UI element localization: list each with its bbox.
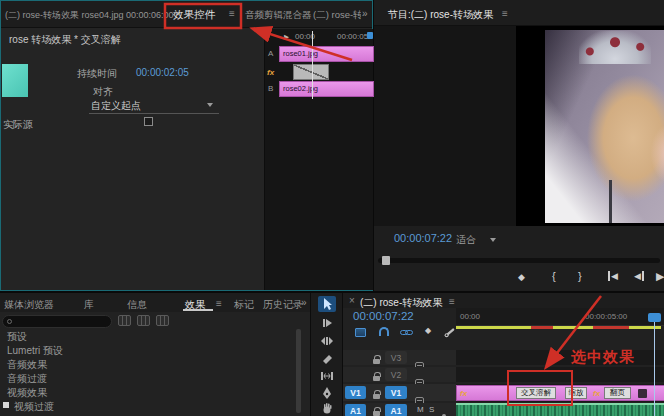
track-button-a1[interactable]: A1 — [385, 404, 407, 416]
slip-tool-button[interactable] — [318, 368, 336, 384]
effects-bin-audio-transitions[interactable]: 音频过渡 — [0, 372, 292, 385]
source-patch-a1[interactable]: A1 — [345, 404, 366, 416]
mini-zoom-handle[interactable] — [367, 32, 373, 39]
tab-overflow-chevron[interactable]: » — [362, 8, 368, 19]
mini-playhead[interactable] — [312, 31, 313, 99]
pen-tool-button[interactable] — [318, 385, 336, 401]
timeline-timecode[interactable]: 00:00:07:22 — [353, 310, 414, 322]
timeline-settings-wrench-icon[interactable] — [444, 326, 456, 338]
tab-sequence[interactable]: (二) rose-转场效果 — [360, 296, 442, 310]
tab-markers[interactable]: 标记 — [234, 298, 254, 312]
program-playhead[interactable] — [382, 256, 390, 265]
alignment-dropdown[interactable]: 自定义起点 — [89, 98, 219, 114]
timeline-ruler[interactable]: 00:00 00:00:05:00 — [456, 308, 664, 326]
pen-tool-icon — [321, 387, 333, 399]
zoom-level-select[interactable]: 适合 — [456, 233, 500, 246]
panel-menu-icon[interactable]: ≡ — [216, 298, 222, 309]
transition-zoom[interactable]: 缩放 — [565, 387, 587, 399]
lock-icon[interactable] — [373, 359, 380, 364]
filter-yuv-effects-icon[interactable] — [156, 315, 169, 326]
tab-media-browser[interactable]: 媒体浏览器 — [4, 298, 54, 312]
tab-history[interactable]: 历史记录 — [263, 298, 303, 312]
clip-a[interactable]: rose01.jpg — [279, 46, 374, 62]
effects-bin-presets[interactable]: 预设 — [0, 330, 292, 343]
effects-bin-video-effects[interactable]: 视频效果 — [0, 386, 292, 399]
transition-cross-dissolve[interactable]: 交叉溶解 — [516, 387, 556, 399]
add-marker-button[interactable]: ◆ — [518, 272, 525, 282]
fx-badge: fx — [460, 389, 467, 398]
duration-value[interactable]: 00:00:02:05 — [136, 67, 189, 78]
add-marker-icon[interactable]: ◆ — [425, 326, 431, 335]
track-lane-a1[interactable] — [456, 403, 664, 416]
playhead-line[interactable] — [654, 322, 655, 416]
track-button-v3[interactable]: V3 — [385, 351, 407, 364]
lock-icon[interactable] — [373, 376, 380, 381]
tab-source-monitor[interactable]: (二) rose-转场效果 rose04.jpg 00:00:06:00 — [5, 9, 174, 22]
step-back-button[interactable]: ◀ — [634, 271, 644, 281]
filter-accelerated-effects-icon[interactable] — [118, 315, 131, 326]
effects-search-input[interactable] — [2, 315, 112, 328]
tab-effect-controls[interactable]: 效果控件 — [173, 8, 215, 22]
audio-clip[interactable] — [456, 403, 664, 416]
track-select-tool-button[interactable] — [318, 315, 336, 331]
tab-program-monitor[interactable]: 节目:(二) rose-转场效果 — [388, 8, 493, 22]
mini-play-icon[interactable]: ▶ — [284, 33, 289, 41]
lock-icon[interactable] — [373, 394, 380, 399]
dropdown-underline — [89, 113, 219, 114]
source-patch-v1[interactable]: V1 — [345, 386, 366, 399]
tab-sequence-overflow[interactable]: (二) rose-转 — [313, 9, 361, 22]
transition-page-turn[interactable]: 翻页 — [604, 387, 631, 399]
insert-nest-icon[interactable] — [355, 328, 366, 337]
razor-tool-button[interactable] — [318, 351, 336, 367]
ripple-edit-tool-button[interactable] — [318, 333, 336, 349]
play-button[interactable]: ▶ — [656, 270, 664, 283]
transition-block[interactable] — [293, 64, 329, 80]
panel-tabbar: × (二) rose-转场效果 ≡ — [343, 293, 664, 308]
snap-magnet-icon[interactable] — [379, 327, 389, 336]
program-timecode[interactable]: 00:00:07:22 — [394, 232, 452, 244]
tab-info[interactable]: 信息 — [127, 298, 147, 312]
track-button-v1[interactable]: V1 — [385, 386, 407, 399]
tab-audio-clip-mixer[interactable]: 音频剪辑混合器 — [245, 9, 312, 22]
program-monitor-panel: 节目:(二) rose-转场效果 ≡ 00:00:07:22 适合 ◆ { } … — [374, 0, 664, 291]
mute-button[interactable]: M — [417, 405, 424, 414]
hand-tool-icon — [321, 402, 333, 414]
selection-tool-button[interactable] — [318, 296, 336, 312]
tab-overflow-chevron[interactable]: » — [301, 297, 307, 308]
alignment-value: 自定义起点 — [91, 99, 141, 113]
effects-bin-lumetri-presets[interactable]: Lumetri 预设 — [0, 344, 292, 357]
duration-label: 持续时间 — [77, 67, 117, 81]
go-to-in-button[interactable]: ◀ — [608, 271, 618, 281]
panel-menu-icon[interactable]: ≡ — [502, 8, 508, 19]
effects-bin-video-transitions[interactable]: 视频过渡 — [0, 400, 292, 413]
effects-scrollbar[interactable] — [296, 329, 301, 413]
transition-preview-thumbnail — [2, 64, 28, 97]
track-button-v2[interactable]: V2 — [385, 368, 407, 381]
track-a-label: A — [268, 49, 273, 58]
mark-in-button[interactable]: { — [552, 270, 556, 282]
video-clip-strip[interactable]: fx 交叉溶解 缩放 fx 翻页 — [456, 385, 664, 401]
close-icon[interactable]: × — [349, 295, 355, 306]
playhead-handle[interactable] — [648, 313, 661, 322]
track-lane-v2[interactable] — [456, 367, 664, 382]
selection-tool-icon — [321, 298, 333, 310]
linked-selection-icon[interactable] — [400, 327, 413, 338]
annotation-selected-effect-label: 选中效果 — [571, 348, 635, 367]
effects-bin-audio-effects[interactable]: 音频效果 — [0, 358, 292, 371]
panel-menu-icon[interactable]: ≡ — [229, 8, 235, 19]
clip-end-icon — [638, 389, 647, 398]
hand-tool-button[interactable] — [318, 400, 336, 416]
solo-button[interactable]: S — [429, 405, 434, 414]
program-scrubber-track[interactable] — [378, 258, 660, 263]
program-video-area — [374, 26, 664, 226]
track-lane-v1[interactable]: fx 交叉溶解 缩放 fx 翻页 — [456, 384, 664, 402]
show-actual-sources-checkbox[interactable] — [144, 117, 153, 126]
lock-icon[interactable] — [373, 411, 380, 416]
panel-menu-icon[interactable]: ≡ — [449, 296, 455, 307]
clip-b[interactable]: rose02.jpg — [279, 81, 374, 97]
slip-tool-icon — [321, 370, 333, 382]
mark-out-button[interactable]: } — [578, 270, 582, 282]
tab-libraries[interactable]: 库 — [84, 298, 94, 312]
video-frame — [545, 30, 664, 223]
filter-32bit-effects-icon[interactable] — [137, 315, 150, 326]
